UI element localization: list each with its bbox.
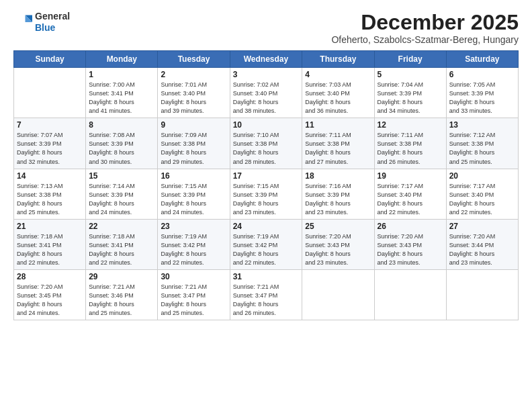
table-row: 14Sunrise: 7:13 AM Sunset: 3:38 PM Dayli… [14,169,86,219]
day-number: 8 [89,120,154,130]
day-number: 27 [449,222,515,231]
table-row [374,269,446,320]
day-info: Sunrise: 7:17 AM Sunset: 3:40 PM Dayligh… [378,182,443,217]
day-info: Sunrise: 7:21 AM Sunset: 3:46 PM Dayligh… [89,283,154,318]
calendar-week: 1Sunrise: 7:00 AM Sunset: 3:41 PM Daylig… [14,68,519,118]
day-number: 23 [161,222,226,231]
day-number: 11 [305,120,371,130]
day-number: 25 [305,222,371,231]
table-row: 7Sunrise: 7:07 AM Sunset: 3:39 PM Daylig… [14,118,86,169]
header: General Blue December 2025 Ofeherto, Sza… [13,11,519,45]
table-row: 1Sunrise: 7:00 AM Sunset: 3:41 PM Daylig… [86,68,158,118]
day-number: 5 [378,70,443,79]
day-number: 12 [378,120,443,130]
dow-header: Tuesday [158,51,230,68]
table-row: 12Sunrise: 7:11 AM Sunset: 3:38 PM Dayli… [374,118,446,169]
day-number: 10 [233,120,300,130]
day-info: Sunrise: 7:08 AM Sunset: 3:39 PM Dayligh… [89,131,154,166]
day-info: Sunrise: 7:14 AM Sunset: 3:39 PM Dayligh… [89,182,154,217]
page: General Blue December 2025 Ofeherto, Sza… [0,0,532,411]
table-row: 19Sunrise: 7:17 AM Sunset: 3:40 PM Dayli… [374,169,446,219]
day-number: 20 [449,171,515,181]
day-info: Sunrise: 7:19 AM Sunset: 3:42 PM Dayligh… [233,232,300,267]
day-number: 16 [161,171,226,181]
dow-header: Sunday [14,51,86,68]
day-number: 29 [89,272,154,281]
table-row: 28Sunrise: 7:20 AM Sunset: 3:45 PM Dayli… [14,269,86,320]
table-row: 2Sunrise: 7:01 AM Sunset: 3:40 PM Daylig… [158,68,230,118]
table-row: 5Sunrise: 7:04 AM Sunset: 3:39 PM Daylig… [374,68,446,118]
table-row: 24Sunrise: 7:19 AM Sunset: 3:42 PM Dayli… [230,219,302,269]
day-number: 13 [449,120,515,130]
day-number: 15 [89,171,154,181]
day-number: 14 [17,171,83,181]
dow-header: Friday [374,51,446,68]
day-number: 19 [378,171,443,181]
table-row: 11Sunrise: 7:11 AM Sunset: 3:38 PM Dayli… [302,118,374,169]
day-info: Sunrise: 7:09 AM Sunset: 3:38 PM Dayligh… [161,131,226,166]
day-number: 7 [17,120,83,130]
day-info: Sunrise: 7:18 AM Sunset: 3:41 PM Dayligh… [17,232,83,267]
day-number: 28 [17,272,83,281]
dow-header: Monday [86,51,158,68]
location: Ofeherto, Szabolcs-Szatmar-Bereg, Hungar… [331,34,519,45]
table-row: 15Sunrise: 7:14 AM Sunset: 3:39 PM Dayli… [86,169,158,219]
table-row [14,68,86,118]
table-row [302,269,374,320]
day-number: 9 [161,120,226,130]
day-info: Sunrise: 7:04 AM Sunset: 3:39 PM Dayligh… [378,81,443,116]
day-number: 30 [161,272,226,281]
calendar-week: 28Sunrise: 7:20 AM Sunset: 3:45 PM Dayli… [14,269,519,320]
day-info: Sunrise: 7:17 AM Sunset: 3:40 PM Dayligh… [449,182,515,217]
table-row: 4Sunrise: 7:03 AM Sunset: 3:40 PM Daylig… [302,68,374,118]
day-info: Sunrise: 7:05 AM Sunset: 3:39 PM Dayligh… [449,81,515,116]
day-info: Sunrise: 7:11 AM Sunset: 3:38 PM Dayligh… [305,131,371,166]
table-row: 21Sunrise: 7:18 AM Sunset: 3:41 PM Dayli… [14,219,86,269]
dow-header: Thursday [302,51,374,68]
logo-blue: Blue [35,22,55,33]
day-number: 22 [89,222,154,231]
day-info: Sunrise: 7:16 AM Sunset: 3:39 PM Dayligh… [305,182,371,217]
calendar-week: 21Sunrise: 7:18 AM Sunset: 3:41 PM Dayli… [14,219,519,269]
day-info: Sunrise: 7:02 AM Sunset: 3:40 PM Dayligh… [233,81,300,116]
day-number: 26 [378,222,443,231]
table-row: 30Sunrise: 7:21 AM Sunset: 3:47 PM Dayli… [158,269,230,320]
day-info: Sunrise: 7:20 AM Sunset: 3:45 PM Dayligh… [17,283,83,318]
day-number: 2 [161,70,226,79]
calendar: SundayMondayTuesdayWednesdayThursdayFrid… [13,50,519,320]
day-info: Sunrise: 7:12 AM Sunset: 3:38 PM Dayligh… [449,131,515,166]
table-row: 25Sunrise: 7:20 AM Sunset: 3:43 PM Dayli… [302,219,374,269]
day-info: Sunrise: 7:15 AM Sunset: 3:39 PM Dayligh… [161,182,226,217]
day-number: 6 [449,70,515,79]
day-info: Sunrise: 7:10 AM Sunset: 3:38 PM Dayligh… [233,131,300,166]
day-info: Sunrise: 7:13 AM Sunset: 3:38 PM Dayligh… [17,182,83,217]
logo-general: General [35,11,70,21]
table-row: 22Sunrise: 7:18 AM Sunset: 3:41 PM Dayli… [86,219,158,269]
day-info: Sunrise: 7:20 AM Sunset: 3:44 PM Dayligh… [449,232,515,267]
day-of-week-row: SundayMondayTuesdayWednesdayThursdayFrid… [14,51,519,68]
table-row: 29Sunrise: 7:21 AM Sunset: 3:46 PM Dayli… [86,269,158,320]
table-row: 23Sunrise: 7:19 AM Sunset: 3:42 PM Dayli… [158,219,230,269]
table-row [446,269,518,320]
table-row: 27Sunrise: 7:20 AM Sunset: 3:44 PM Dayli… [446,219,518,269]
day-number: 17 [233,171,300,181]
table-row: 8Sunrise: 7:08 AM Sunset: 3:39 PM Daylig… [86,118,158,169]
table-row: 9Sunrise: 7:09 AM Sunset: 3:38 PM Daylig… [158,118,230,169]
day-number: 1 [89,70,154,79]
dow-header: Wednesday [230,51,302,68]
day-info: Sunrise: 7:15 AM Sunset: 3:39 PM Dayligh… [233,182,300,217]
table-row: 16Sunrise: 7:15 AM Sunset: 3:39 PM Dayli… [158,169,230,219]
day-number: 18 [305,171,371,181]
day-number: 3 [233,70,300,79]
day-info: Sunrise: 7:21 AM Sunset: 3:47 PM Dayligh… [233,283,300,318]
table-row: 18Sunrise: 7:16 AM Sunset: 3:39 PM Dayli… [302,169,374,219]
title-block: December 2025 Ofeherto, Szabolcs-Szatmar… [331,11,519,45]
day-info: Sunrise: 7:18 AM Sunset: 3:41 PM Dayligh… [89,232,154,267]
day-info: Sunrise: 7:20 AM Sunset: 3:43 PM Dayligh… [378,232,443,267]
day-info: Sunrise: 7:01 AM Sunset: 3:40 PM Dayligh… [161,81,226,116]
day-info: Sunrise: 7:03 AM Sunset: 3:40 PM Dayligh… [305,81,371,116]
table-row: 20Sunrise: 7:17 AM Sunset: 3:40 PM Dayli… [446,169,518,219]
month-title: December 2025 [331,11,519,34]
table-row: 31Sunrise: 7:21 AM Sunset: 3:47 PM Dayli… [230,269,302,320]
table-row: 10Sunrise: 7:10 AM Sunset: 3:38 PM Dayli… [230,118,302,169]
